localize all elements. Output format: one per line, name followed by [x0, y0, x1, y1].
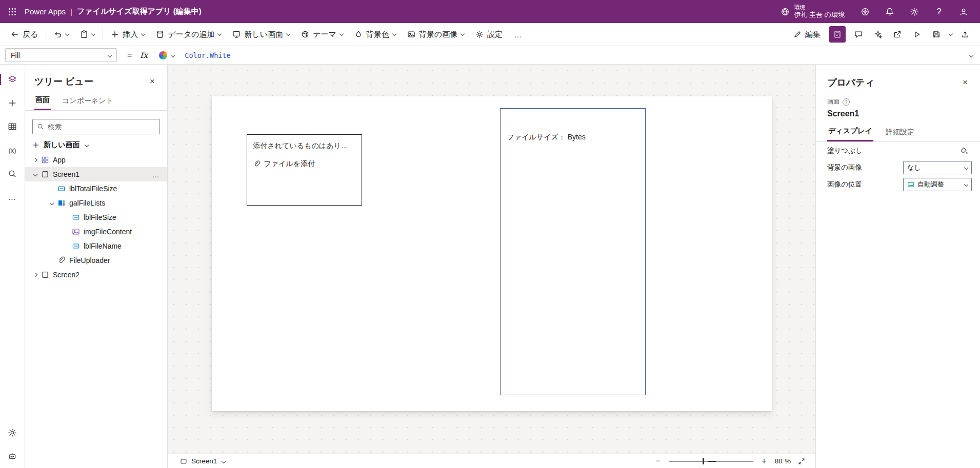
publish-button[interactable]	[955, 25, 975, 44]
tree-new-screen-button[interactable]: 新しい画面	[32, 140, 160, 150]
zoom-slider[interactable]	[669, 461, 753, 462]
formula-color-dropdown[interactable]	[156, 50, 177, 61]
chevron-down-icon[interactable]	[33, 172, 37, 176]
theme-button[interactable]: テーマ	[295, 25, 349, 44]
chevron-down-icon	[91, 32, 95, 36]
chevron-right-icon[interactable]	[33, 158, 37, 162]
fill-color-button[interactable]	[956, 144, 972, 157]
copilot-button[interactable]	[854, 0, 876, 23]
product-name: Power Apps	[25, 7, 66, 16]
account-button[interactable]	[952, 0, 975, 23]
undo-button[interactable]	[48, 25, 74, 44]
attach-file-link[interactable]: ファイルを添付	[253, 159, 355, 169]
zoom-out-button[interactable]: −	[654, 456, 662, 466]
help-button[interactable]: ?	[928, 0, 950, 23]
gallery-control[interactable]: ファイルサイズ： Bytes	[500, 108, 646, 395]
attachment-empty-text: 添付されているものはありませ...	[253, 141, 355, 151]
tree-panel-close-button[interactable]: ×	[146, 75, 159, 88]
settings-button[interactable]	[903, 0, 926, 23]
tree-item-lblfilesize[interactable]: lblFileSize	[25, 210, 167, 225]
tree-item-fileuploader[interactable]: FileUploader	[25, 253, 167, 268]
screen-icon	[180, 458, 187, 465]
back-button[interactable]: 戻る	[5, 25, 44, 44]
new-screen-label: 新しい画面	[244, 30, 283, 39]
waffle-menu-button[interactable]	[0, 0, 25, 23]
new-screen-button[interactable]: 新しい画面	[227, 25, 295, 44]
environment-picker[interactable]: 環境 伊礼 圭吾 の環境	[773, 0, 852, 23]
copilot-panel-button[interactable]	[868, 25, 888, 44]
paperclip-icon	[253, 160, 261, 168]
rail-data-button[interactable]	[0, 115, 25, 138]
command-bar: 戻る 挿入 データの追加 新しい画面 テーマ	[0, 23, 980, 46]
properties-close-button[interactable]: ×	[958, 76, 972, 89]
paste-button[interactable]	[74, 25, 101, 44]
chevron-down-icon	[964, 182, 968, 186]
app-checker-icon	[833, 30, 842, 38]
tree-item-imgfilecontent[interactable]: imgFileContent	[25, 225, 167, 239]
background-color-button[interactable]: 背景色	[349, 25, 402, 44]
back-label: 戻る	[23, 30, 38, 39]
tree-item-lblfilename[interactable]: lblFileName	[25, 239, 167, 253]
attachment-control[interactable]: 添付されているものはありませ... ファイルを添付	[247, 134, 362, 206]
screen-selector[interactable]: Screen1	[180, 457, 225, 465]
image-position-select[interactable]: 自動調整	[903, 178, 972, 191]
tree-item-more-button[interactable]: …	[150, 170, 162, 179]
tree-search-input[interactable]	[48, 123, 155, 131]
tab-display[interactable]: ディスプレイ	[827, 127, 873, 141]
object-type-label: 画面	[827, 97, 839, 106]
fullscreen-button[interactable]	[798, 458, 805, 465]
rail-insert-button[interactable]	[0, 91, 25, 115]
theme-icon	[301, 30, 309, 38]
zoom-in-button[interactable]: +	[761, 456, 768, 466]
share-button[interactable]	[888, 25, 907, 44]
save-options-button[interactable]	[946, 25, 955, 44]
design-canvas[interactable]: 添付されているものはありませ... ファイルを添付 ファイルサイズ： Bytes	[168, 65, 815, 454]
tree-item-galfilelists[interactable]: galFileLists	[25, 196, 167, 210]
property-select[interactable]: Fill	[5, 48, 117, 62]
tree-item-label: Screen2	[53, 271, 162, 279]
app-settings-button[interactable]: 設定	[470, 25, 508, 44]
edit-mode-button[interactable]: 編集	[788, 25, 826, 44]
tree-item-app[interactable]: App	[25, 153, 167, 167]
rail-more-button[interactable]: …	[0, 186, 25, 209]
canvas-status-bar: Screen1 − + 80 %	[168, 454, 815, 468]
insert-button[interactable]: 挿入	[105, 25, 150, 44]
rail-tree-view-button[interactable]	[0, 68, 25, 91]
title-divider: |	[70, 7, 72, 16]
save-button[interactable]	[927, 25, 946, 44]
zoom-slider-handle[interactable]	[703, 458, 704, 464]
label-icon	[72, 213, 80, 221]
rail-variables-button[interactable]: (x)	[0, 138, 25, 162]
notifications-button[interactable]	[878, 0, 901, 23]
separator	[46, 28, 46, 40]
preview-button[interactable]	[907, 25, 927, 44]
image-icon	[907, 181, 914, 188]
overflow-icon: …	[152, 170, 160, 179]
database-icon	[156, 30, 164, 38]
tree-item-label: Screen1	[53, 170, 146, 178]
property-select-value: Fill	[11, 51, 20, 59]
tree-item-screen1[interactable]: Screen1 …	[25, 167, 167, 181]
attach-file-label: ファイルを添付	[264, 159, 315, 169]
rail-search-button[interactable]	[0, 162, 25, 186]
field-label: 画像の位置	[827, 180, 862, 189]
chevron-down-icon	[286, 32, 290, 36]
chevron-right-icon[interactable]	[33, 273, 37, 277]
tab-advanced[interactable]: 詳細設定	[885, 127, 915, 141]
comments-button[interactable]	[849, 25, 868, 44]
rail-agent-button[interactable]	[0, 444, 25, 468]
canvas-artboard[interactable]: 添付されているものはありませ... ファイルを添付 ファイルサイズ： Bytes	[212, 96, 772, 411]
rail-settings-button[interactable]	[0, 421, 25, 444]
background-image-select[interactable]: なし	[903, 161, 972, 174]
tree-item-screen2[interactable]: Screen2	[25, 268, 167, 282]
app-checker-button[interactable]	[829, 26, 846, 43]
chevron-down-icon[interactable]	[50, 201, 54, 205]
commandbar-overflow-button[interactable]: …	[508, 25, 527, 44]
add-data-button[interactable]: データの追加	[150, 25, 227, 44]
tree-item-lbltotalfilesize[interactable]: lblTotalFileSize	[25, 181, 167, 196]
tab-screens[interactable]: 画面	[34, 95, 51, 110]
formula-input[interactable]: Color.White	[185, 51, 980, 59]
tree-list: App Screen1 … lblTotalFileSize galFileLi…	[25, 153, 167, 468]
tab-components[interactable]: コンポーネント	[61, 95, 114, 110]
background-image-button[interactable]: 背景の画像	[402, 25, 470, 44]
